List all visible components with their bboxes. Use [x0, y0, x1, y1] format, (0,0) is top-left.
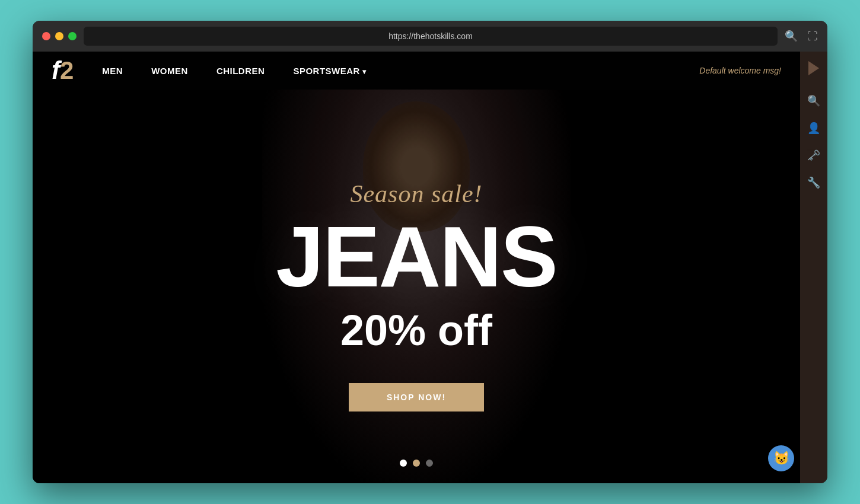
chat-widget[interactable]: 😺	[768, 445, 794, 471]
nav-children[interactable]: CHILDREN	[216, 66, 265, 76]
address-bar[interactable]: https://thehotskills.com	[84, 27, 778, 46]
carousel-dot-3[interactable]	[426, 460, 433, 467]
wrench-sidebar-icon[interactable]: 🔧	[807, 176, 820, 189]
hero-text-container: Season sale! JEANS 20% off SHOP NOW!	[33, 162, 800, 412]
carousel-dots	[400, 460, 433, 467]
hero-banner: Season sale! JEANS 20% off SHOP NOW!	[33, 90, 800, 483]
browser-actions: 🔍 ⛶	[785, 30, 818, 43]
nav-links: MEN WOMEN CHILDREN SPORTSWEAR	[102, 66, 699, 76]
url-text: https://thehotskills.com	[388, 31, 473, 41]
site-nav: f2 MEN WOMEN CHILDREN SPORTSWEAR Default…	[33, 52, 800, 90]
hero-title: JEANS	[33, 214, 800, 300]
minimize-button[interactable]	[55, 32, 63, 40]
carousel-dot-1[interactable]	[400, 460, 407, 467]
carousel-dot-2[interactable]	[413, 460, 420, 467]
welcome-message: Default welcome msg!	[699, 66, 781, 75]
fullscreen-icon[interactable]: ⛶	[807, 30, 818, 43]
maximize-button[interactable]	[68, 32, 77, 40]
browser-chrome: https://thehotskills.com 🔍 ⛶	[33, 21, 827, 52]
nav-sportswear[interactable]: SPORTSWEAR	[293, 66, 366, 76]
close-button[interactable]	[42, 32, 50, 40]
nav-women[interactable]: WOMEN	[151, 66, 188, 76]
logo-f: f	[52, 56, 60, 84]
hero-discount: 20% off	[33, 306, 800, 355]
browser-window: https://thehotskills.com 🔍 ⛶ f2 MEN WOME…	[33, 21, 827, 483]
chat-icon: 😺	[773, 451, 789, 466]
shop-now-button[interactable]: SHOP NOW!	[349, 383, 484, 412]
main-site: f2 MEN WOMEN CHILDREN SPORTSWEAR Default…	[33, 52, 800, 483]
search-sidebar-icon[interactable]: 🔍	[807, 94, 820, 107]
site-logo[interactable]: f2	[52, 58, 74, 83]
logo-number: 2	[60, 56, 74, 84]
sidebar-arrow-icon[interactable]	[808, 61, 819, 75]
search-icon[interactable]: 🔍	[785, 30, 798, 43]
key-sidebar-icon[interactable]: 🗝️	[807, 149, 820, 162]
right-sidebar: 🔍 👤 🗝️ 🔧	[800, 52, 827, 483]
website-content: f2 MEN WOMEN CHILDREN SPORTSWEAR Default…	[33, 52, 827, 483]
hero-subtitle: Season sale!	[33, 180, 800, 208]
nav-men[interactable]: MEN	[102, 66, 123, 76]
traffic-lights	[42, 32, 77, 40]
user-sidebar-icon[interactable]: 👤	[807, 122, 820, 135]
